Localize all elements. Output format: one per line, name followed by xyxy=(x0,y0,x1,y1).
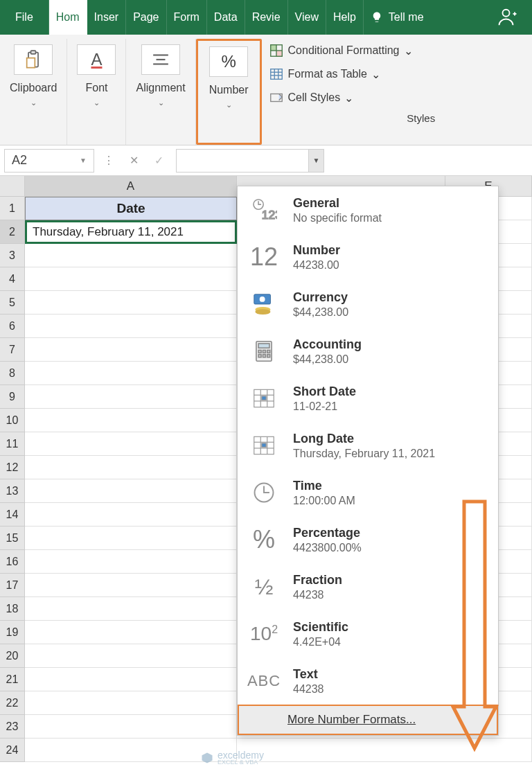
number-format-selector[interactable]: ▼ xyxy=(176,149,324,173)
clipboard-icon xyxy=(14,44,53,75)
tab-home[interactable]: Hom xyxy=(49,0,87,35)
row-header[interactable]: 20 xyxy=(0,644,25,668)
svg-rect-10 xyxy=(270,45,276,51)
tab-page-layout[interactable]: Page xyxy=(126,0,166,35)
tab-formulas[interactable]: Form xyxy=(167,0,207,35)
cell[interactable] xyxy=(25,479,237,503)
cell[interactable] xyxy=(25,715,237,739)
row-header[interactable]: 22 xyxy=(0,691,25,715)
format-option-currency[interactable]: Currency$44,238.00 xyxy=(238,281,498,328)
ribbon-group-clipboard[interactable]: Clipboard ⌄ xyxy=(0,39,67,145)
dropdown-toggle-icon[interactable]: ▼ xyxy=(308,150,323,172)
cell[interactable] xyxy=(25,691,237,715)
tab-help[interactable]: Help xyxy=(326,0,364,35)
svg-rect-26 xyxy=(258,350,261,353)
row-header[interactable]: 8 xyxy=(0,362,25,385)
row-header[interactable]: 10 xyxy=(0,409,25,432)
cell-a1[interactable]: Date xyxy=(25,197,237,220)
cell[interactable] xyxy=(25,338,237,362)
format-title: Currency xyxy=(293,290,348,305)
row-header[interactable]: 13 xyxy=(0,479,25,503)
cell[interactable] xyxy=(25,291,237,315)
cell[interactable] xyxy=(25,385,237,409)
row-header[interactable]: 3 xyxy=(0,244,25,267)
tell-me[interactable]: Tell me xyxy=(364,0,431,35)
font-label: Font xyxy=(85,82,107,94)
cell[interactable] xyxy=(25,362,237,385)
row-header[interactable]: 2 xyxy=(0,220,25,244)
row-header[interactable]: 4 xyxy=(0,267,25,291)
annotation-arrow xyxy=(450,499,499,758)
cell[interactable] xyxy=(25,503,237,527)
svg-text:123: 123 xyxy=(262,208,277,222)
row-header[interactable]: 7 xyxy=(0,338,25,362)
ribbon-group-number[interactable]: % Number ⌄ xyxy=(196,39,262,145)
cell[interactable] xyxy=(25,597,237,621)
row-header[interactable]: 11 xyxy=(0,432,25,456)
tab-review[interactable]: Revie xyxy=(245,0,288,35)
row-header[interactable]: 23 xyxy=(0,715,25,739)
column-header-a[interactable]: A xyxy=(25,176,237,197)
cell[interactable] xyxy=(25,574,237,597)
row-header[interactable]: 14 xyxy=(0,503,25,527)
svg-point-0 xyxy=(503,10,510,17)
cell-a2-selected[interactable]: Thursday, February 11, 2021 xyxy=(25,220,237,244)
chevron-down-icon: ⌄ xyxy=(226,100,232,109)
formula-options-icon[interactable]: ⋮ xyxy=(98,150,119,171)
user-account-icon[interactable] xyxy=(484,0,532,35)
row-header[interactable]: 16 xyxy=(0,550,25,574)
format-icon xyxy=(247,429,281,462)
svg-rect-31 xyxy=(267,355,270,357)
tab-data[interactable]: Data xyxy=(207,0,245,35)
format-preview: $44,238.00 xyxy=(293,353,362,366)
cell[interactable] xyxy=(25,267,237,291)
format-as-table-button[interactable]: Format as Table⌄ xyxy=(269,62,532,86)
alignment-label: Alignment xyxy=(136,82,185,94)
row-header[interactable]: 17 xyxy=(0,574,25,597)
format-option-accounting[interactable]: Accounting $44,238.00 xyxy=(238,328,498,375)
cell[interactable] xyxy=(25,244,237,267)
cell[interactable] xyxy=(25,409,237,432)
svg-rect-29 xyxy=(258,355,261,357)
cell-styles-button[interactable]: Cell Styles⌄ xyxy=(269,86,532,109)
format-option-general[interactable]: 123GeneralNo specific format xyxy=(238,186,498,233)
cell[interactable] xyxy=(25,644,237,668)
ribbon: Clipboard ⌄ A Font ⌄ Alignment ⌄ % Numbe… xyxy=(0,35,532,145)
cell[interactable] xyxy=(25,550,237,574)
format-title: Percentage xyxy=(293,526,362,540)
format-option-number[interactable]: 12Number44238.00 xyxy=(238,233,498,281)
tab-insert[interactable]: Inser xyxy=(87,0,127,35)
name-box[interactable]: A2 ▼ xyxy=(4,149,94,173)
ribbon-group-font[interactable]: A Font ⌄ xyxy=(67,39,126,145)
cancel-icon[interactable]: ✕ xyxy=(123,150,144,171)
format-icon: ABC xyxy=(247,664,281,698)
tab-file[interactable]: File xyxy=(0,0,49,35)
tab-view[interactable]: View xyxy=(288,0,326,35)
cell[interactable] xyxy=(25,315,237,338)
cell[interactable] xyxy=(25,432,237,456)
format-title: Fraction xyxy=(293,573,342,587)
cell[interactable] xyxy=(25,668,237,691)
row-header[interactable]: 24 xyxy=(0,739,25,762)
row-header[interactable]: 1 xyxy=(0,197,25,220)
cell[interactable] xyxy=(25,456,237,479)
format-preview: 44238.00 xyxy=(293,259,340,272)
format-option-long-date[interactable]: Long DateThursday, February 11, 2021 xyxy=(238,422,498,469)
ribbon-group-alignment[interactable]: Alignment ⌄ xyxy=(126,39,195,145)
confirm-icon[interactable]: ✓ xyxy=(148,150,169,171)
cell[interactable] xyxy=(25,621,237,644)
row-header[interactable]: 18 xyxy=(0,597,25,621)
row-header[interactable]: 21 xyxy=(0,668,25,691)
format-option-short-date[interactable]: Short Date11-02-21 xyxy=(238,375,498,422)
row-header[interactable]: 5 xyxy=(0,291,25,315)
row-header[interactable]: 19 xyxy=(0,621,25,644)
select-all-corner[interactable] xyxy=(0,176,25,197)
clipboard-label: Clipboard xyxy=(10,82,57,94)
cell[interactable] xyxy=(25,527,237,550)
row-header[interactable]: 6 xyxy=(0,315,25,338)
row-header[interactable]: 15 xyxy=(0,527,25,550)
row-header[interactable]: 12 xyxy=(0,456,25,479)
row-header[interactable]: 9 xyxy=(0,385,25,409)
conditional-formatting-button[interactable]: Conditional Formatting⌄ xyxy=(269,39,532,62)
format-title: Time xyxy=(293,479,355,493)
